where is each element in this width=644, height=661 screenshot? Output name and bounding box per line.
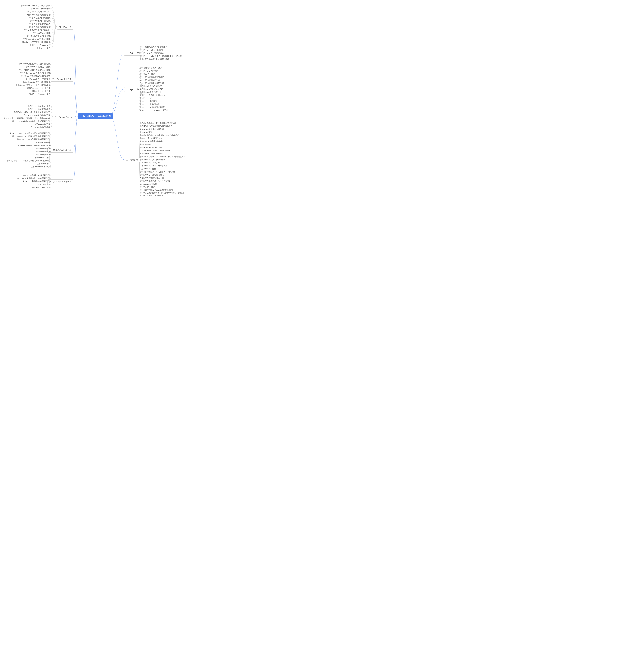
- leaf-node[interactable]: 学习Python 静态爬虫入门微课: [26, 66, 51, 68]
- leaf-node[interactable]: 阅读PyTorch 中文教程: [32, 186, 51, 188]
- leaf-node[interactable]: 学习小白学前端：Vue.js 2.0进阶视频课程: [140, 189, 174, 191]
- leaf-node[interactable]: 学习Linux命令行与Shell从入门到精通视频课程: [12, 120, 51, 122]
- leaf-node[interactable]: 学习Oracle11G 入门到项目实践视频课程: [17, 138, 51, 140]
- branch-l4[interactable]: 四、Web 开发: [57, 25, 73, 29]
- leaf-node[interactable]: 学习Python3 入门微课辅助练习: [140, 52, 165, 54]
- leaf-node[interactable]: 阅读Linux 教程手册: [34, 123, 51, 126]
- leaf-node[interactable]: 阅读HTML 教程手册查缺补漏: [140, 128, 164, 130]
- leaf-node[interactable]: 学习Oracle数据库入门到实战: [27, 35, 51, 37]
- leaf-node[interactable]: 学习Python Django 框架入门微课: [23, 38, 51, 40]
- root-node[interactable]: Python编程狮开发学习路线图: [77, 113, 113, 119]
- leaf-node[interactable]: 学习正则表达式浅析视频课程: [140, 76, 164, 78]
- leaf-node[interactable]: 学习Vue2入门微课: [140, 186, 155, 188]
- leaf-node[interactable]: 学习Python Scrapy爬虫从入门到实战: [20, 72, 51, 74]
- leaf-node[interactable]: 练习高级脚本算法: [36, 153, 51, 156]
- leaf-node[interactable]: 阅读常见排序算法手册: [32, 141, 51, 143]
- leaf-node[interactable]: 学习Python自动化办公+数据可视化视频课程: [14, 111, 51, 113]
- leaf-node[interactable]: 学习Redis快速入门视频课程: [27, 10, 51, 13]
- leaf-node[interactable]: 学习Scrapy框架实战：制作图片爬虫: [21, 75, 51, 77]
- branch-l6[interactable]: 六、Python 自动化: [53, 115, 73, 119]
- leaf-node[interactable]: 学习Git新手入门视频课程: [30, 20, 51, 22]
- leaf-node[interactable]: 学习MySQL 入门微课: [33, 32, 51, 34]
- leaf-node[interactable]: 学习Python基础入门视频课程: [140, 49, 164, 51]
- leaf-node[interactable]: 练习jQuery 入门实战: [140, 183, 157, 185]
- leaf-node[interactable]: 学习Linux 入门微课辅助练习: [140, 88, 163, 90]
- leaf-node[interactable]: 阅读MongoDB 教程手册查缺补漏: [23, 81, 51, 83]
- leaf-node[interactable]: 阅读Pandas 中文教程: [33, 156, 51, 159]
- branch-l5[interactable]: 五、Python 爬虫开发: [51, 77, 73, 82]
- leaf-node[interactable]: 完成HTML测验: [140, 131, 152, 133]
- leaf-node[interactable]: 学习Python机器学习实战视频课程: [23, 180, 51, 182]
- leaf-node[interactable]: 学习Python Turtle 绘图入门微课体验 Python 的乐趣: [140, 55, 182, 57]
- leaf-node[interactable]: 阅读设计模式、高可用性、高弹性、运维、监控与自动化: [4, 117, 51, 119]
- leaf-node[interactable]: 学习Python Scrapy 网络爬虫入门微课: [19, 69, 51, 71]
- leaf-node[interactable]: 阅读Python3 教程手册查缺补漏: [140, 94, 165, 96]
- leaf-node[interactable]: 练习HTML + CSS 基础实战: [140, 146, 162, 149]
- leaf-node[interactable]: 阅读TensorFlow官方文档: [30, 165, 51, 168]
- leaf-node[interactable]: 阅读Python Tornado 介绍: [30, 44, 51, 46]
- leaf-node[interactable]: 学习Python爬虫技术入门指南视频课程: [19, 63, 51, 65]
- leaf-node[interactable]: 完成Python 函数测验: [140, 100, 157, 102]
- leaf-node[interactable]: 阅读jQuery 教程手册差缺补漏: [140, 177, 164, 179]
- leaf-node[interactable]: 学习CSS 入门微课辅助练习: [140, 137, 163, 139]
- leaf-node[interactable]: 学习MySQL零基础入门视频课程: [24, 29, 51, 31]
- leaf-node[interactable]: 学习Python 自动化管理微课: [28, 108, 51, 110]
- leaf-node[interactable]: 完成Python 测试: [140, 97, 153, 99]
- branch-l8[interactable]: 八、人工智能与机器学习: [47, 180, 73, 184]
- leaf-node[interactable]: 完成CSS测验: [140, 143, 151, 145]
- leaf-node[interactable]: 阅读Flask手册查缺补漏: [31, 7, 51, 10]
- leaf-node[interactable]: 阅读Scrapy 2.3官方中文文档手册查缺补漏: [16, 84, 51, 86]
- leaf-node[interactable]: 阅读Linux就该这么学手册: [140, 91, 161, 93]
- branch-r3[interactable]: 三、前端开发: [124, 158, 140, 162]
- leaf-node[interactable]: 学习小白学前端：简单易懂的CSS教程视频课程: [140, 134, 179, 136]
- leaf-node[interactable]: 阅读Python3 CookBook中文版手册: [140, 109, 168, 112]
- leaf-node[interactable]: 阅读Redis 教程手册查缺补漏: [27, 14, 51, 16]
- leaf-node[interactable]: 完成Python 操作符测试: [140, 103, 159, 106]
- leaf-node[interactable]: 阅读CSS 教程手册查缺补漏: [140, 140, 163, 142]
- leaf-node[interactable]: 学习小白学前端：HTML零基础入门视频课程: [140, 122, 176, 124]
- leaf-node[interactable]: 学习Keras 简明快速入门视频课程: [23, 174, 51, 177]
- leaf-node[interactable]: 练习初级脚本算法: [36, 147, 51, 150]
- leaf-node[interactable]: 学习Vue 3.0 新特性全面解析（走在技术前沿）视频课程: [140, 192, 186, 194]
- leaf-node[interactable]: 学习SQL 入门微课: [140, 73, 155, 75]
- leaf-node[interactable]: 学习基础网络协议入门微课: [140, 67, 162, 69]
- leaf-node[interactable]: 学习Python实战：绘制图表分析疫情数据视频课程: [9, 132, 51, 134]
- leaf-node[interactable]: 学习Python3进阶：数据分析及可视化视频课程: [12, 135, 51, 137]
- leaf-node[interactable]: 完成JavaScript测验: [140, 167, 156, 170]
- leaf-node[interactable]: 学习小白学前端：jQuery新手入门视频课程: [140, 170, 175, 173]
- leaf-node[interactable]: 阅读正则表达式手册差缺补漏: [140, 82, 164, 84]
- leaf-node[interactable]: 练习中级脚本算法: [36, 150, 51, 153]
- leaf-node[interactable]: 练习JavaScript 基础实战: [140, 161, 160, 164]
- leaf-node[interactable]: 阅读Django 中文教程手册查缺补漏: [22, 41, 51, 43]
- leaf-node[interactable]: 阅读白话Python3手册加深基础理解: [140, 58, 169, 60]
- leaf-node[interactable]: 阅读Leetcode题题--相关数据结构与算法: [18, 144, 51, 146]
- leaf-node[interactable]: 阅读Shell 编程范例手册: [31, 126, 51, 129]
- leaf-node[interactable]: 阅读JavaScript 教程手册查缺补漏: [140, 164, 167, 167]
- leaf-node[interactable]: 学习Git 快速入门体验微课: [29, 17, 51, 19]
- leaf-node[interactable]: 学习小白学前端：JavaScript零基础入门到进阶视频课程: [140, 155, 185, 158]
- leaf-node[interactable]: 学习Python Flask 建站框架入门微课: [21, 4, 51, 7]
- leaf-node[interactable]: 学习HTML入门微课(含HTML5)辅助练习: [140, 125, 172, 127]
- leaf-node[interactable]: 阅读Beautiful Soup 4 教程: [29, 93, 51, 95]
- leaf-node[interactable]: 学习Git 基础微课辅助练习: [29, 23, 51, 25]
- leaf-node[interactable]: 阅读Photoshop高级教程手册: [140, 152, 163, 155]
- leaf-node[interactable]: 阅读Ansible自动化运维教程手册: [24, 114, 51, 116]
- leaf-node[interactable]: 阅读Requests 中文文档手册: [27, 87, 51, 89]
- leaf-node[interactable]: 阅读Tableau 教程: [36, 162, 51, 165]
- leaf-node[interactable]: 阅读web.py 教程: [37, 47, 51, 49]
- leaf-node[interactable]: 学习计算机系统原理入门视频课程: [140, 46, 167, 48]
- leaf-node[interactable]: 阅读Git 教程手册查缺补漏: [29, 26, 51, 28]
- leaf-node[interactable]: 学习写给程序员的PS入门课视频课程: [140, 149, 170, 152]
- leaf-node[interactable]: 学习Keras 深度学习入门与实战视频课程: [17, 177, 51, 180]
- leaf-node[interactable]: 阅读VUE3 教程手册查缺补漏: [140, 195, 164, 196]
- branch-l7[interactable]: 七、数据挖掘与数据分析: [47, 148, 73, 153]
- leaf-node[interactable]: 完成Python 条件判断与循环测试: [140, 106, 166, 109]
- leaf-node[interactable]: 学习JavaScript 入门微课辅助练习: [140, 158, 167, 161]
- leaf-node[interactable]: 学习jQuery 入门微课辅助练习: [140, 174, 164, 176]
- leaf-node[interactable]: 学习Linux极速入门视频课程: [140, 85, 163, 87]
- leaf-node[interactable]: 学习jQuery项目实战：制作2048游戏: [140, 180, 170, 182]
- leaf-node[interactable]: 阅读lxml 中文文档手册: [32, 90, 51, 92]
- leaf-node[interactable]: 学习【实战】ECharts数据可视化之疫情实时监控展示: [7, 159, 51, 162]
- leaf-node[interactable]: 练习正则表达式编程实战: [140, 79, 160, 81]
- leaf-node[interactable]: 学习Python 自动化办公微课: [28, 105, 51, 107]
